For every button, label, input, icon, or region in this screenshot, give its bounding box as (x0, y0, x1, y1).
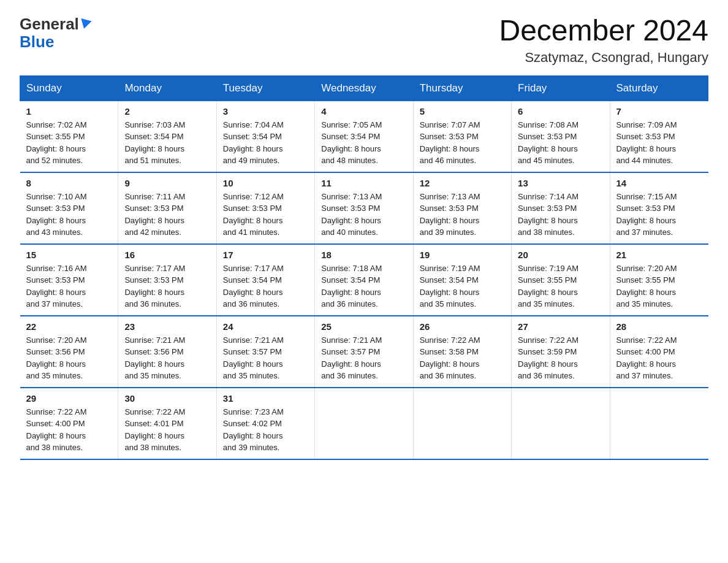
day-info: Sunrise: 7:19 AMSunset: 3:54 PMDaylight:… (420, 262, 505, 310)
calendar-cell: 30 Sunrise: 7:22 AMSunset: 4:01 PMDaylig… (118, 388, 216, 459)
day-number: 25 (321, 321, 406, 332)
day-number: 15 (26, 250, 112, 260)
day-info: Sunrise: 7:09 AMSunset: 3:53 PMDaylight:… (616, 119, 702, 167)
col-header-thursday: Thursday (413, 75, 511, 101)
day-number: 9 (124, 178, 210, 188)
calendar-week-row: 15 Sunrise: 7:16 AMSunset: 3:53 PMDaylig… (20, 244, 708, 316)
calendar-cell: 1 Sunrise: 7:02 AMSunset: 3:55 PMDayligh… (20, 101, 118, 172)
calendar-week-row: 29 Sunrise: 7:22 AMSunset: 4:00 PMDaylig… (20, 388, 708, 459)
day-number: 27 (518, 321, 603, 332)
day-info: Sunrise: 7:21 AMSunset: 3:56 PMDaylight:… (124, 334, 210, 382)
calendar-cell: 2 Sunrise: 7:03 AMSunset: 3:54 PMDayligh… (118, 101, 216, 172)
calendar-cell: 19 Sunrise: 7:19 AMSunset: 3:54 PMDaylig… (413, 244, 511, 316)
day-info: Sunrise: 7:23 AMSunset: 4:02 PMDaylight:… (223, 406, 308, 454)
day-number: 28 (616, 321, 702, 332)
calendar-cell: 4 Sunrise: 7:05 AMSunset: 3:54 PMDayligh… (315, 101, 413, 172)
day-info: Sunrise: 7:21 AMSunset: 3:57 PMDaylight:… (321, 334, 406, 382)
calendar-cell: 8 Sunrise: 7:10 AMSunset: 3:53 PMDayligh… (20, 172, 118, 244)
calendar-cell (413, 388, 511, 459)
day-number: 5 (420, 106, 505, 117)
calendar-cell (610, 388, 708, 459)
logo: General Blue (20, 15, 91, 52)
month-title: December 2024 (499, 15, 708, 47)
calendar-cell: 12 Sunrise: 7:13 AMSunset: 3:53 PMDaylig… (413, 172, 511, 244)
title-block: December 2024 Szatymaz, Csongrad, Hungar… (499, 15, 708, 66)
calendar-cell: 31 Sunrise: 7:23 AMSunset: 4:02 PMDaylig… (216, 388, 314, 459)
day-info: Sunrise: 7:22 AMSunset: 4:00 PMDaylight:… (616, 334, 702, 382)
day-number: 16 (124, 250, 210, 260)
calendar-cell: 17 Sunrise: 7:17 AMSunset: 3:54 PMDaylig… (216, 244, 314, 316)
day-number: 11 (321, 178, 406, 188)
day-number: 31 (223, 393, 308, 404)
day-number: 14 (616, 178, 702, 188)
calendar-cell (315, 388, 413, 459)
calendar-cell: 27 Sunrise: 7:22 AMSunset: 3:59 PMDaylig… (512, 316, 610, 388)
day-number: 4 (321, 106, 406, 117)
day-info: Sunrise: 7:14 AMSunset: 3:53 PMDaylight:… (518, 191, 603, 239)
day-number: 30 (124, 393, 210, 404)
day-info: Sunrise: 7:17 AMSunset: 3:54 PMDaylight:… (223, 262, 308, 310)
day-info: Sunrise: 7:18 AMSunset: 3:54 PMDaylight:… (321, 262, 406, 310)
col-header-monday: Monday (118, 75, 216, 101)
calendar-cell: 15 Sunrise: 7:16 AMSunset: 3:53 PMDaylig… (20, 244, 118, 316)
day-number: 21 (616, 250, 702, 260)
calendar-cell: 29 Sunrise: 7:22 AMSunset: 4:00 PMDaylig… (20, 388, 118, 459)
day-number: 22 (26, 321, 112, 332)
day-number: 20 (518, 250, 603, 260)
day-info: Sunrise: 7:13 AMSunset: 3:53 PMDaylight:… (420, 191, 505, 239)
day-info: Sunrise: 7:03 AMSunset: 3:54 PMDaylight:… (124, 119, 210, 167)
day-info: Sunrise: 7:05 AMSunset: 3:54 PMDaylight:… (321, 119, 406, 167)
calendar-cell: 3 Sunrise: 7:04 AMSunset: 3:54 PMDayligh… (216, 101, 314, 172)
calendar-cell: 20 Sunrise: 7:19 AMSunset: 3:55 PMDaylig… (512, 244, 610, 316)
day-info: Sunrise: 7:17 AMSunset: 3:53 PMDaylight:… (124, 262, 210, 310)
col-header-sunday: Sunday (20, 75, 118, 101)
day-info: Sunrise: 7:12 AMSunset: 3:53 PMDaylight:… (223, 191, 308, 239)
day-info: Sunrise: 7:11 AMSunset: 3:53 PMDaylight:… (124, 191, 210, 239)
day-info: Sunrise: 7:13 AMSunset: 3:53 PMDaylight:… (321, 191, 406, 239)
page-header: General Blue December 2024 Szatymaz, Cso… (20, 15, 708, 66)
day-info: Sunrise: 7:19 AMSunset: 3:55 PMDaylight:… (518, 262, 603, 310)
day-info: Sunrise: 7:08 AMSunset: 3:53 PMDaylight:… (518, 119, 603, 167)
day-number: 24 (223, 321, 308, 332)
day-info: Sunrise: 7:16 AMSunset: 3:53 PMDaylight:… (26, 262, 112, 310)
calendar-week-row: 22 Sunrise: 7:20 AMSunset: 3:56 PMDaylig… (20, 316, 708, 388)
calendar-cell: 16 Sunrise: 7:17 AMSunset: 3:53 PMDaylig… (118, 244, 216, 316)
logo-row: General (20, 15, 91, 34)
calendar-cell: 25 Sunrise: 7:21 AMSunset: 3:57 PMDaylig… (315, 316, 413, 388)
day-info: Sunrise: 7:07 AMSunset: 3:53 PMDaylight:… (420, 119, 505, 167)
calendar-cell: 11 Sunrise: 7:13 AMSunset: 3:53 PMDaylig… (315, 172, 413, 244)
day-number: 18 (321, 250, 406, 260)
day-info: Sunrise: 7:22 AMSunset: 4:01 PMDaylight:… (124, 406, 210, 454)
day-info: Sunrise: 7:04 AMSunset: 3:54 PMDaylight:… (223, 119, 308, 167)
calendar-cell (512, 388, 610, 459)
calendar-cell: 26 Sunrise: 7:22 AMSunset: 3:58 PMDaylig… (413, 316, 511, 388)
day-number: 2 (124, 106, 210, 117)
day-number: 29 (26, 393, 112, 404)
day-number: 10 (223, 178, 308, 188)
day-info: Sunrise: 7:22 AMSunset: 3:59 PMDaylight:… (518, 334, 603, 382)
calendar-cell: 18 Sunrise: 7:18 AMSunset: 3:54 PMDaylig… (315, 244, 413, 316)
day-info: Sunrise: 7:20 AMSunset: 3:56 PMDaylight:… (26, 334, 112, 382)
day-info: Sunrise: 7:02 AMSunset: 3:55 PMDaylight:… (26, 119, 112, 167)
logo-arrow-icon (78, 18, 91, 30)
day-info: Sunrise: 7:15 AMSunset: 3:53 PMDaylight:… (616, 191, 702, 239)
calendar-cell: 5 Sunrise: 7:07 AMSunset: 3:53 PMDayligh… (413, 101, 511, 172)
calendar-cell: 14 Sunrise: 7:15 AMSunset: 3:53 PMDaylig… (610, 172, 708, 244)
day-number: 19 (420, 250, 505, 260)
calendar-cell: 6 Sunrise: 7:08 AMSunset: 3:53 PMDayligh… (512, 101, 610, 172)
day-number: 17 (223, 250, 308, 260)
day-info: Sunrise: 7:22 AMSunset: 3:58 PMDaylight:… (420, 334, 505, 382)
day-number: 23 (124, 321, 210, 332)
logo-blue-part: Blue (20, 33, 91, 52)
calendar-week-row: 1 Sunrise: 7:02 AMSunset: 3:55 PMDayligh… (20, 101, 708, 172)
calendar-cell: 24 Sunrise: 7:21 AMSunset: 3:57 PMDaylig… (216, 316, 314, 388)
calendar-cell: 21 Sunrise: 7:20 AMSunset: 3:55 PMDaylig… (610, 244, 708, 316)
day-number: 8 (26, 178, 112, 188)
day-number: 6 (518, 106, 603, 117)
calendar-cell: 9 Sunrise: 7:11 AMSunset: 3:53 PMDayligh… (118, 172, 216, 244)
location-title: Szatymaz, Csongrad, Hungary (499, 50, 708, 66)
col-header-friday: Friday (512, 75, 610, 101)
col-header-wednesday: Wednesday (315, 75, 413, 101)
col-header-tuesday: Tuesday (216, 75, 314, 101)
calendar-cell: 28 Sunrise: 7:22 AMSunset: 4:00 PMDaylig… (610, 316, 708, 388)
